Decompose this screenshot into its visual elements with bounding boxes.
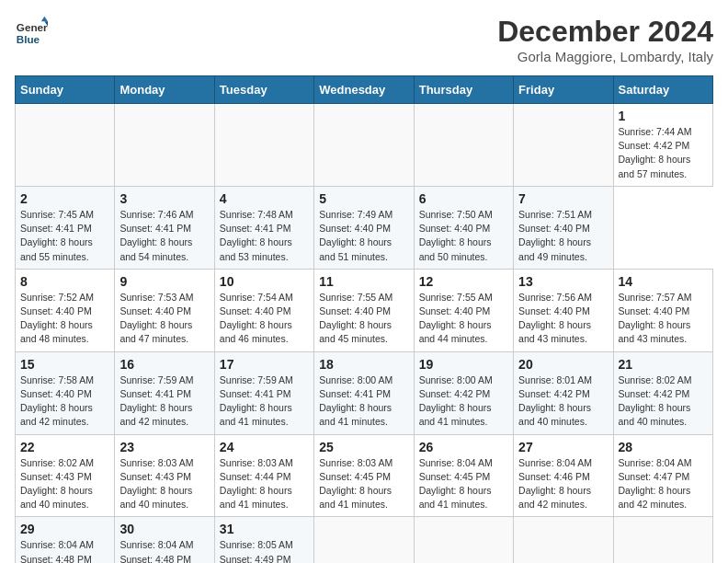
day-cell: 7Sunrise: 7:51 AM Sunset: 4:40 PM Daylig… bbox=[514, 186, 613, 269]
day-number: 30 bbox=[119, 522, 209, 536]
calendar-week-row: 29Sunrise: 8:04 AM Sunset: 4:48 PM Dayli… bbox=[16, 517, 713, 563]
day-info: Sunrise: 7:49 AM Sunset: 4:40 PM Dayligh… bbox=[319, 208, 408, 264]
day-number: 15 bbox=[20, 357, 109, 372]
day-info: Sunrise: 7:46 AM Sunset: 4:41 PM Dayligh… bbox=[119, 208, 209, 264]
day-number: 27 bbox=[518, 440, 608, 454]
calendar-table: SundayMondayTuesdayWednesdayThursdayFrid… bbox=[15, 75, 713, 563]
day-info: Sunrise: 7:57 AM Sunset: 4:40 PM Dayligh… bbox=[619, 291, 708, 347]
day-info: Sunrise: 8:04 AM Sunset: 4:47 PM Dayligh… bbox=[619, 456, 708, 512]
day-cell: 16Sunrise: 7:59 AM Sunset: 4:41 PM Dayli… bbox=[115, 351, 214, 434]
day-number: 22 bbox=[20, 440, 109, 454]
calendar-week-row: 1Sunrise: 7:44 AM Sunset: 4:42 PM Daylig… bbox=[16, 104, 713, 187]
day-info: Sunrise: 8:03 AM Sunset: 4:44 PM Dayligh… bbox=[220, 456, 309, 512]
day-info: Sunrise: 7:58 AM Sunset: 4:40 PM Dayligh… bbox=[20, 373, 109, 430]
calendar-week-row: 15Sunrise: 7:58 AM Sunset: 4:40 PM Dayli… bbox=[16, 351, 713, 434]
day-number: 21 bbox=[619, 357, 708, 372]
svg-text:Blue: Blue bbox=[17, 33, 40, 45]
day-number: 24 bbox=[220, 440, 309, 454]
day-number: 31 bbox=[220, 522, 309, 536]
day-number: 4 bbox=[220, 191, 309, 206]
calendar-week-row: 8Sunrise: 7:52 AM Sunset: 4:40 PM Daylig… bbox=[16, 269, 713, 351]
empty-day-cell bbox=[414, 104, 513, 187]
day-number: 23 bbox=[119, 440, 209, 454]
day-number: 16 bbox=[119, 357, 209, 372]
day-info: Sunrise: 7:48 AM Sunset: 4:41 PM Dayligh… bbox=[220, 208, 309, 264]
day-number: 20 bbox=[518, 357, 608, 372]
empty-day-cell bbox=[115, 104, 214, 187]
day-info: Sunrise: 8:04 AM Sunset: 4:48 PM Dayligh… bbox=[20, 538, 109, 563]
day-info: Sunrise: 8:03 AM Sunset: 4:43 PM Dayligh… bbox=[119, 456, 209, 512]
day-info: Sunrise: 8:00 AM Sunset: 4:41 PM Dayligh… bbox=[319, 373, 408, 430]
day-cell: 9Sunrise: 7:53 AM Sunset: 4:40 PM Daylig… bbox=[115, 269, 214, 351]
day-number: 7 bbox=[518, 191, 608, 206]
day-number: 11 bbox=[319, 274, 408, 289]
day-cell: 10Sunrise: 7:54 AM Sunset: 4:40 PM Dayli… bbox=[214, 269, 313, 351]
day-info: Sunrise: 8:02 AM Sunset: 4:43 PM Dayligh… bbox=[20, 456, 109, 512]
day-cell: 4Sunrise: 7:48 AM Sunset: 4:41 PM Daylig… bbox=[214, 186, 313, 269]
day-cell: 29Sunrise: 8:04 AM Sunset: 4:48 PM Dayli… bbox=[16, 517, 115, 563]
empty-day-cell bbox=[514, 517, 613, 563]
day-cell: 12Sunrise: 7:55 AM Sunset: 4:40 PM Dayli… bbox=[414, 269, 513, 351]
day-info: Sunrise: 7:44 AM Sunset: 4:42 PM Dayligh… bbox=[619, 125, 708, 181]
day-cell: 14Sunrise: 7:57 AM Sunset: 4:40 PM Dayli… bbox=[613, 269, 712, 351]
day-cell: 1Sunrise: 7:44 AM Sunset: 4:42 PM Daylig… bbox=[613, 104, 712, 187]
day-cell: 13Sunrise: 7:56 AM Sunset: 4:40 PM Dayli… bbox=[514, 269, 613, 351]
day-of-week-header: Wednesday bbox=[314, 76, 414, 104]
day-cell: 27Sunrise: 8:04 AM Sunset: 4:46 PM Dayli… bbox=[514, 434, 613, 517]
day-number: 5 bbox=[319, 191, 408, 206]
calendar-body: 1Sunrise: 7:44 AM Sunset: 4:42 PM Daylig… bbox=[16, 104, 713, 564]
location: Gorla Maggiore, Lombardy, Italy bbox=[497, 49, 713, 64]
logo: General Blue bbox=[15, 15, 51, 48]
empty-day-cell bbox=[514, 104, 613, 187]
day-info: Sunrise: 8:05 AM Sunset: 4:49 PM Dayligh… bbox=[220, 538, 309, 563]
day-info: Sunrise: 7:56 AM Sunset: 4:40 PM Dayligh… bbox=[518, 291, 608, 347]
day-of-week-header: Saturday bbox=[613, 76, 712, 104]
day-cell: 23Sunrise: 8:03 AM Sunset: 4:43 PM Dayli… bbox=[115, 434, 214, 517]
day-info: Sunrise: 7:50 AM Sunset: 4:40 PM Dayligh… bbox=[419, 208, 508, 264]
day-of-week-header: Tuesday bbox=[214, 76, 313, 104]
day-number: 28 bbox=[619, 440, 708, 454]
day-info: Sunrise: 7:45 AM Sunset: 4:41 PM Dayligh… bbox=[20, 208, 109, 264]
day-cell: 26Sunrise: 8:04 AM Sunset: 4:45 PM Dayli… bbox=[414, 434, 513, 517]
day-number: 19 bbox=[419, 357, 508, 372]
day-cell: 31Sunrise: 8:05 AM Sunset: 4:49 PM Dayli… bbox=[214, 517, 313, 563]
day-of-week-header: Thursday bbox=[414, 76, 513, 104]
day-info: Sunrise: 8:00 AM Sunset: 4:42 PM Dayligh… bbox=[419, 373, 508, 430]
day-number: 18 bbox=[319, 357, 408, 372]
empty-day-cell bbox=[314, 517, 414, 563]
logo-icon: General Blue bbox=[15, 15, 48, 48]
calendar-week-row: 2Sunrise: 7:45 AM Sunset: 4:41 PM Daylig… bbox=[16, 186, 713, 269]
day-info: Sunrise: 7:51 AM Sunset: 4:40 PM Dayligh… bbox=[518, 208, 608, 264]
day-cell: 19Sunrise: 8:00 AM Sunset: 4:42 PM Dayli… bbox=[414, 351, 513, 434]
day-info: Sunrise: 7:53 AM Sunset: 4:40 PM Dayligh… bbox=[119, 291, 209, 347]
day-cell: 11Sunrise: 7:55 AM Sunset: 4:40 PM Dayli… bbox=[314, 269, 414, 351]
day-number: 29 bbox=[20, 522, 109, 536]
day-info: Sunrise: 8:01 AM Sunset: 4:42 PM Dayligh… bbox=[518, 373, 608, 430]
day-number: 1 bbox=[619, 109, 708, 123]
day-cell: 3Sunrise: 7:46 AM Sunset: 4:41 PM Daylig… bbox=[115, 186, 214, 269]
day-number: 10 bbox=[220, 274, 309, 289]
day-info: Sunrise: 7:52 AM Sunset: 4:40 PM Dayligh… bbox=[20, 291, 109, 347]
day-number: 6 bbox=[419, 191, 508, 206]
day-info: Sunrise: 7:55 AM Sunset: 4:40 PM Dayligh… bbox=[419, 291, 508, 347]
day-of-week-header: Sunday bbox=[16, 76, 115, 104]
day-info: Sunrise: 8:04 AM Sunset: 4:46 PM Dayligh… bbox=[518, 456, 608, 512]
day-number: 17 bbox=[220, 357, 309, 372]
day-info: Sunrise: 7:55 AM Sunset: 4:40 PM Dayligh… bbox=[319, 291, 408, 347]
day-number: 13 bbox=[518, 274, 608, 289]
day-cell: 5Sunrise: 7:49 AM Sunset: 4:40 PM Daylig… bbox=[314, 186, 414, 269]
svg-marker-2 bbox=[41, 17, 48, 21]
empty-day-cell bbox=[314, 104, 414, 187]
day-number: 2 bbox=[20, 191, 109, 206]
day-info: Sunrise: 8:04 AM Sunset: 4:48 PM Dayligh… bbox=[119, 538, 209, 563]
empty-day-cell bbox=[414, 517, 513, 563]
day-number: 8 bbox=[20, 274, 109, 289]
month-title: December 2024 bbox=[497, 15, 713, 49]
day-cell: 30Sunrise: 8:04 AM Sunset: 4:48 PM Dayli… bbox=[115, 517, 214, 563]
day-number: 25 bbox=[319, 440, 408, 454]
empty-day-cell bbox=[214, 104, 313, 187]
svg-text:General: General bbox=[17, 21, 48, 33]
day-number: 9 bbox=[119, 274, 209, 289]
day-number: 26 bbox=[419, 440, 508, 454]
day-info: Sunrise: 8:04 AM Sunset: 4:45 PM Dayligh… bbox=[419, 456, 508, 512]
